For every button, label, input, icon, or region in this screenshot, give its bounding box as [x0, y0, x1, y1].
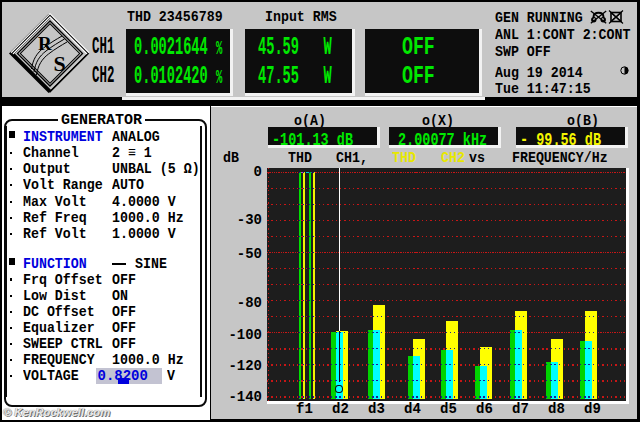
svg-text:S: S	[54, 51, 66, 76]
